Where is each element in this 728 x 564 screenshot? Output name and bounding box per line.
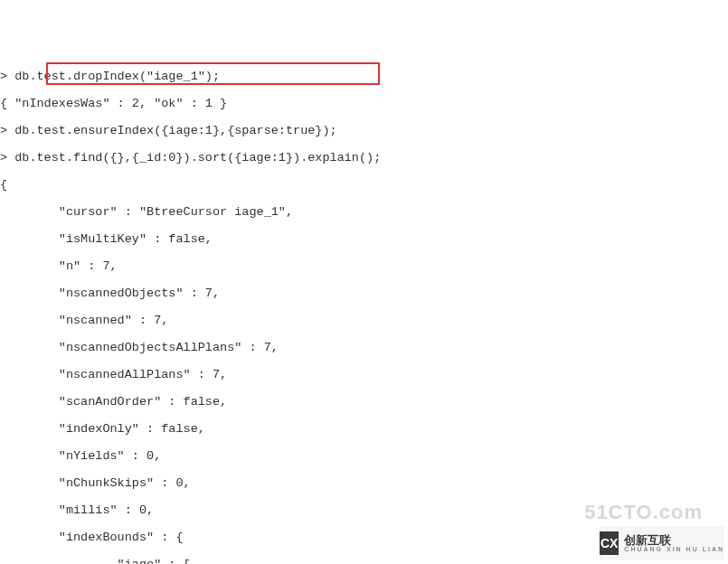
logo-icon: CX: [600, 531, 619, 555]
terminal-line: "nscannedObjectsAllPlans" : 7,: [0, 341, 728, 354]
terminal-line: "nChunkSkips" : 0,: [0, 476, 728, 490]
logo-text-wrap: 创新互联 CHUANG XIN HU LIAN: [624, 534, 724, 552]
terminal-line: "nYields" : 0,: [0, 449, 728, 463]
terminal-line-highlighted: "cursor" : "BtreeCursor iage_1",: [0, 205, 728, 219]
terminal-line: "nscannedObjects" : 7,: [0, 287, 728, 300]
terminal-line: > db.test.dropIndex("iage_1");: [0, 70, 728, 83]
terminal-output: > db.test.dropIndex("iage_1"); { "nIndex…: [0, 54, 728, 564]
terminal-line: "n" : 7,: [0, 259, 728, 273]
terminal-line: "isMultiKey" : false,: [0, 232, 728, 246]
watermark-logo: CX 创新互联 CHUANG XIN HU LIAN: [600, 526, 724, 560]
terminal-line: > db.test.find({},{_id:0}).sort({iage:1}…: [0, 151, 728, 164]
terminal-line: > db.test.ensureIndex({iage:1},{sparse:t…: [0, 124, 728, 137]
terminal-line: "indexOnly" : false,: [0, 422, 728, 436]
terminal-line: { "nIndexesWas" : 2, "ok" : 1 }: [0, 97, 728, 110]
logo-sub-text: CHUANG XIN HU LIAN: [624, 546, 724, 552]
watermark-text: 51CTO.com: [584, 505, 703, 519]
logo-main-text: 创新互联: [624, 534, 724, 546]
terminal-line: "nscannedAllPlans" : 7,: [0, 368, 728, 381]
terminal-line: "scanAndOrder" : false,: [0, 395, 728, 409]
terminal-line: "nscanned" : 7,: [0, 314, 728, 327]
terminal-line: {: [0, 178, 728, 192]
